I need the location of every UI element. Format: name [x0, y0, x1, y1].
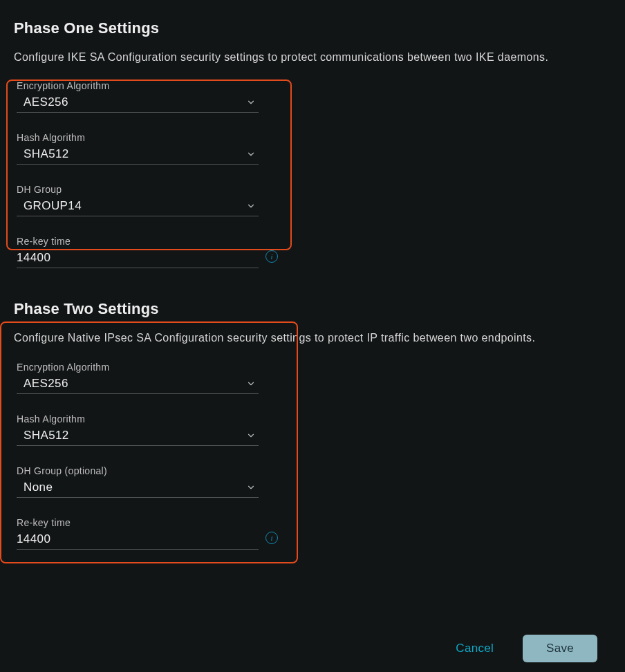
field-label: Encryption Algorithm — [17, 362, 259, 373]
phase-two-rekey-row: Re-key time 14400 i — [17, 517, 292, 550]
field-label: Re-key time — [17, 236, 259, 247]
input-value: 14400 — [17, 251, 50, 265]
input-value: 14400 — [17, 532, 50, 546]
chevron-down-icon — [245, 377, 257, 390]
chevron-down-icon — [245, 481, 257, 494]
phase-one-description: Configure IKE SA Configuration security … — [14, 50, 611, 65]
phase-two-hash-field: Hash Algorithm SHA512 — [17, 413, 259, 446]
phase-two-hash-select[interactable]: SHA512 — [17, 427, 259, 446]
select-value: SHA512 — [17, 429, 69, 442]
info-icon[interactable]: i — [265, 532, 278, 544]
phase-two-title: Phase Two Settings — [14, 300, 611, 318]
field-label: Re-key time — [17, 517, 259, 528]
select-value: AES256 — [17, 95, 68, 109]
field-label: DH Group — [17, 184, 259, 195]
phase-one-rekey-input[interactable]: 14400 — [17, 250, 259, 268]
select-value: None — [17, 480, 53, 494]
phase-one-rekey-row: Re-key time 14400 i — [17, 236, 292, 268]
chevron-down-icon — [245, 429, 257, 442]
save-button[interactable]: Save — [523, 635, 597, 662]
select-value: GROUP14 — [17, 199, 82, 213]
phase-one-dhgroup-select[interactable]: GROUP14 — [17, 198, 259, 216]
phase-one-title: Phase One Settings — [14, 19, 611, 37]
chevron-down-icon — [245, 148, 257, 160]
phase-one-hash-select[interactable]: SHA512 — [17, 146, 259, 165]
phase-two-description: Configure Native IPsec SA Configuration … — [14, 330, 611, 346]
field-label: Encryption Algorithm — [17, 80, 259, 91]
chevron-down-icon — [245, 200, 257, 212]
phase-two-rekey-input[interactable]: 14400 — [17, 531, 259, 550]
phase-two-dhgroup-field: DH Group (optional) None — [17, 465, 259, 498]
info-icon[interactable]: i — [265, 250, 278, 263]
phase-two-dhgroup-select[interactable]: None — [17, 479, 259, 498]
select-value: SHA512 — [17, 147, 69, 161]
field-label: DH Group (optional) — [17, 465, 259, 476]
footer-actions: Cancel Save — [453, 635, 597, 662]
phase-one-dhgroup-field: DH Group GROUP14 — [17, 184, 259, 216]
field-label: Hash Algorithm — [17, 413, 259, 424]
phase-one-encryption-select[interactable]: AES256 — [17, 94, 259, 113]
phase-two-encryption-select[interactable]: AES256 — [17, 375, 259, 394]
phase-one-encryption-field: Encryption Algorithm AES256 — [17, 80, 259, 113]
select-value: AES256 — [17, 377, 68, 391]
phase-two-encryption-field: Encryption Algorithm AES256 — [17, 362, 259, 394]
cancel-button[interactable]: Cancel — [453, 637, 496, 660]
chevron-down-icon — [245, 96, 257, 109]
field-label: Hash Algorithm — [17, 132, 259, 143]
phase-one-hash-field: Hash Algorithm SHA512 — [17, 132, 259, 165]
